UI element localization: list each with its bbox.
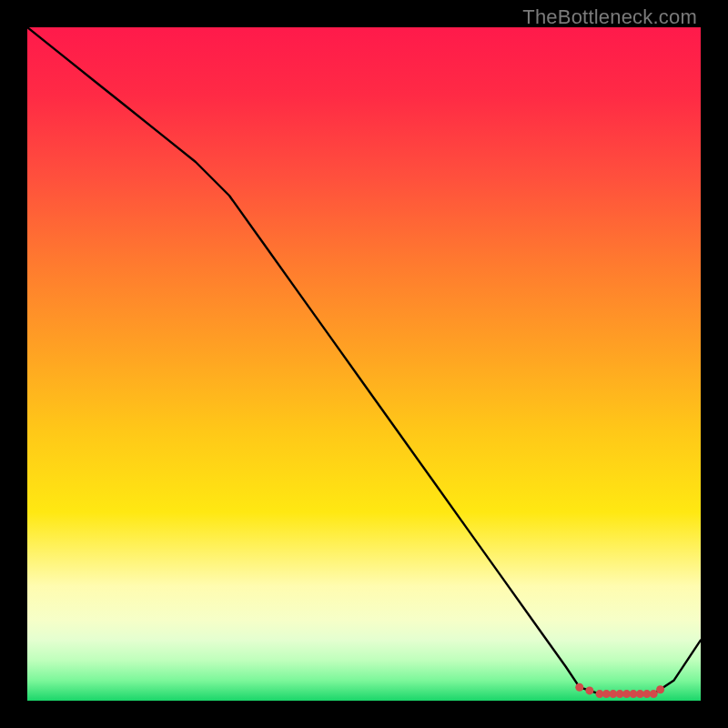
marker-dot xyxy=(585,686,593,694)
marker-dot xyxy=(656,685,664,693)
bottleneck-curve xyxy=(27,27,701,694)
plot-area xyxy=(27,27,701,701)
marker-dot xyxy=(650,690,658,698)
chart-frame: TheBottleneck.com xyxy=(0,0,728,728)
low-markers xyxy=(575,683,664,698)
watermark-text: TheBottleneck.com xyxy=(522,5,697,29)
marker-dot xyxy=(575,683,583,692)
chart-svg xyxy=(27,27,701,701)
